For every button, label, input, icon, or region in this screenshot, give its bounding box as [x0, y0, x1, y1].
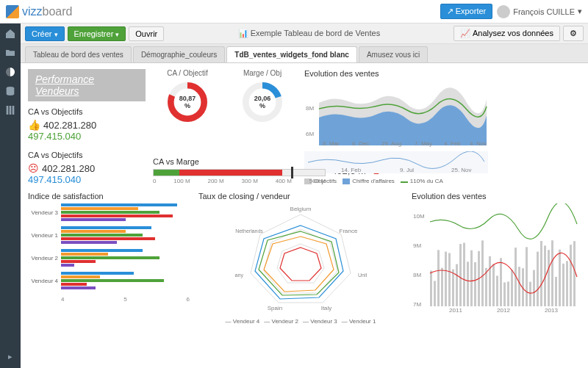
svg-rect-38 — [430, 270, 432, 306]
user-name: François CUILLE — [513, 7, 575, 16]
logo-text-1: vizz — [22, 5, 43, 18]
svg-marker-22 — [277, 244, 324, 283]
svg-rect-72 — [555, 277, 557, 306]
evolution-chart-2: Evolution des ventes 10M9M8M7M 201120122… — [412, 192, 581, 325]
hbar-row: Vendeur 1 — [28, 226, 190, 244]
svg-text:2013: 2013 — [545, 307, 558, 314]
tab-3[interactable]: Amusez vous ici — [359, 46, 428, 62]
svg-rect-65 — [529, 282, 531, 306]
hbar-title: Indice de satisfaction — [28, 192, 190, 201]
evo1-title: Evolution des ventes — [304, 69, 581, 78]
svg-text:9M: 9M — [413, 242, 421, 249]
svg-text:France: France — [340, 228, 358, 234]
export-button[interactable]: ↗ Exporter — [440, 4, 493, 19]
svg-rect-45 — [456, 264, 458, 306]
svg-rect-2 — [7, 107, 7, 115]
svg-text:8M: 8M — [306, 105, 314, 112]
svg-rect-73 — [559, 250, 561, 306]
save-button[interactable]: Enregistrer▾ — [68, 26, 126, 41]
svg-rect-75 — [566, 261, 568, 306]
svg-rect-76 — [570, 245, 572, 306]
svg-text:2012: 2012 — [497, 307, 510, 314]
svg-text:Italy: Italy — [321, 305, 332, 311]
svg-rect-57 — [500, 258, 502, 306]
hbar-row: Vendeur 2 — [28, 249, 190, 267]
svg-rect-54 — [489, 256, 491, 306]
dashboard: Performance Vendeurs CA vs Objectifs 👍40… — [21, 63, 588, 368]
topbar: vizzboard ↗ Exporter François CUILLE ▾ — [0, 0, 588, 24]
open-button[interactable]: Ouvrir — [129, 26, 164, 41]
user-menu[interactable]: François CUILLE ▾ — [497, 5, 582, 18]
radar-title: Taux de closing / vendeur — [198, 192, 403, 201]
svg-marker-21 — [264, 229, 337, 293]
svg-rect-77 — [573, 241, 576, 306]
svg-text:4. Nov: 4. Nov — [470, 140, 487, 147]
radar-chart: Taux de closing / vendeur BelgiumFranceU… — [198, 192, 403, 325]
create-button[interactable]: Créer▾ — [25, 26, 65, 41]
database-icon[interactable] — [4, 85, 16, 97]
svg-rect-43 — [448, 253, 451, 306]
svg-text:Germany: Germany — [234, 273, 243, 278]
kpi2-value2: 497.415.040 — [28, 174, 146, 185]
home-icon[interactable] — [4, 28, 16, 40]
svg-text:25. Nov: 25. Nov — [451, 167, 472, 173]
svg-rect-62 — [518, 267, 520, 306]
brush-chart[interactable]: 14. Feb9. Jul25. Nov — [304, 151, 488, 173]
settings-icon[interactable] — [4, 104, 16, 116]
svg-rect-44 — [452, 270, 454, 306]
svg-text:8M: 8M — [413, 272, 421, 278]
kpi1-title: CA vs Objectifs — [28, 107, 146, 116]
kpi-1: CA vs Objectifs 👍402.281.280 497.415.040 — [28, 107, 146, 142]
svg-rect-58 — [503, 282, 506, 306]
analyze-button[interactable]: 📈 Analysez vos données — [453, 26, 560, 41]
donut2-pct: 20,06 % — [251, 95, 273, 109]
gauge-chart: CA vs Marge 0100 M200 M300 M400 M500 M — [153, 157, 326, 184]
tab-1[interactable]: Démographie_couleurs — [133, 46, 225, 62]
svg-text:6. Dec: 6. Dec — [352, 140, 369, 147]
hbar-row: Vendeur 4 — [28, 272, 190, 289]
satisfaction-chart: Indice de satisfaction Vendeur 3Vendeur … — [28, 192, 190, 325]
board-title: 📊 Exemple Tableau de bord de Ventes — [167, 29, 451, 38]
kpi2-value1: 402.281.280 — [42, 163, 95, 174]
svg-rect-67 — [537, 252, 539, 306]
chevron-down-icon: ▾ — [578, 7, 582, 16]
folder-icon[interactable] — [4, 47, 16, 59]
svg-rect-46 — [459, 244, 462, 306]
svg-rect-49 — [470, 250, 473, 306]
svg-rect-39 — [434, 281, 436, 306]
svg-text:7. May: 7. May — [415, 140, 432, 147]
donut1-pct: 80,87 % — [176, 95, 198, 109]
svg-rect-64 — [526, 247, 528, 306]
svg-rect-40 — [437, 250, 440, 306]
svg-rect-55 — [492, 264, 495, 306]
hbar-row: Vendeur 3 — [28, 203, 190, 221]
donut1-title: CA / Objectif — [154, 69, 220, 77]
svg-rect-47 — [463, 243, 465, 306]
svg-rect-60 — [511, 270, 513, 306]
toolbar: Créer▾ Enregistrer▾ Ouvrir 📊 Exemple Tab… — [21, 24, 588, 44]
dashboard-icon[interactable] — [4, 66, 16, 78]
svg-text:7M: 7M — [413, 301, 421, 308]
evo2-title: Evolution des ventes — [412, 192, 581, 201]
logo-text-2: board — [43, 5, 73, 18]
expand-icon[interactable]: ▸ — [4, 350, 16, 362]
tab-2[interactable]: TdB_ventes_widgets_fond blanc — [226, 46, 357, 62]
evo1-legend: Objectifs Chiffre d'affaires 110% du CA — [304, 178, 581, 184]
svg-text:United Kingdom: United Kingdom — [358, 273, 367, 278]
radar-legend: — Vendeur 4 — Vendeur 2 — Vendeur 3 — Ve… — [198, 318, 403, 325]
kpi2-title: CA vs Objectifs — [28, 151, 146, 159]
section-title: Performance Vendeurs — [28, 69, 146, 101]
logo: vizzboard — [6, 5, 72, 18]
gear-button[interactable]: ⚙ — [563, 26, 584, 41]
kpi-2: CA vs Objectifs ☹402.281.280 497.415.040 — [28, 151, 146, 185]
thumb-up-icon: 👍 — [28, 119, 40, 131]
sad-icon: ☹ — [28, 162, 39, 174]
tab-0[interactable]: Tableau de bord des ventes — [25, 46, 132, 62]
gauge-title: CA vs Marge — [153, 157, 326, 166]
svg-rect-41 — [441, 268, 443, 306]
logo-mark — [6, 5, 19, 18]
svg-text:6M: 6M — [306, 131, 314, 137]
donut2-title: Marge / Obj — [229, 69, 295, 77]
svg-rect-68 — [540, 241, 542, 306]
svg-text:Spain: Spain — [268, 305, 282, 311]
